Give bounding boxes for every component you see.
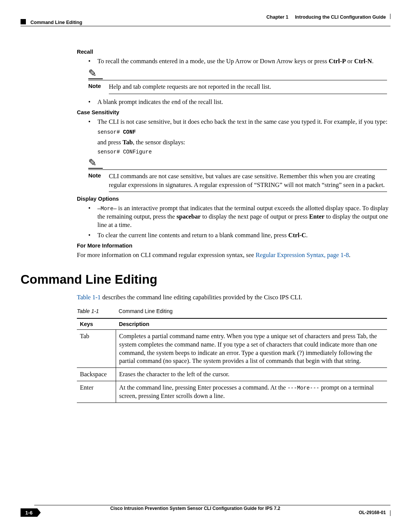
note-rule bbox=[109, 192, 387, 192]
section-marker-icon bbox=[21, 19, 26, 24]
note-label: Note bbox=[88, 83, 109, 91]
note-label: Note bbox=[88, 172, 109, 189]
list-item: To clear the current line contents and r… bbox=[88, 231, 390, 240]
footer-divider bbox=[390, 510, 391, 516]
note-rule bbox=[109, 94, 387, 94]
cli-editing-table: Keys Description Tab Completes a partial… bbox=[77, 318, 387, 403]
doc-number: OL-29168-01 bbox=[359, 510, 386, 515]
footer-rule bbox=[34, 505, 390, 506]
heading-recall: Recall bbox=[77, 49, 390, 55]
table-caption: Table 1-1Command Line Editing bbox=[77, 308, 390, 314]
note-block: Note Help and tab complete requests are … bbox=[88, 80, 387, 91]
table-row: Tab Completes a partial command name ent… bbox=[77, 330, 387, 368]
recall-list-2: A blank prompt indicates the end of the … bbox=[88, 98, 390, 106]
heading-display: Display Options bbox=[77, 196, 390, 202]
col-keys: Keys bbox=[77, 318, 116, 330]
col-desc: Description bbox=[116, 318, 387, 330]
page-number-box: 1-6 bbox=[21, 508, 37, 517]
paragraph: and press Tab, the sensor displays: bbox=[97, 138, 390, 147]
list-item: A blank prompt indicates the end of the … bbox=[88, 98, 390, 106]
recall-list: To recall the commands entered in a mode… bbox=[88, 57, 390, 66]
code-sample: sensor# CONF bbox=[97, 129, 390, 135]
heading-case: Case Sensitivity bbox=[77, 109, 390, 115]
table-header-row: Keys Description bbox=[77, 318, 387, 330]
note-icon: ✎ bbox=[88, 69, 103, 79]
note-text: Help and tab complete requests are not r… bbox=[109, 83, 387, 91]
display-list: —More— is an interactive prompt that ind… bbox=[88, 204, 390, 240]
case-list: The CLI is not case sensitive, but it do… bbox=[88, 118, 390, 126]
note-icon: ✎ bbox=[88, 158, 103, 169]
running-header: Chapter 1 Introducing the CLI Configurat… bbox=[266, 14, 386, 20]
note-block: Note CLI commands are not case sensitive… bbox=[88, 169, 387, 189]
note-text: CLI commands are not case sensitive, but… bbox=[109, 172, 387, 189]
header-rule bbox=[21, 26, 390, 26]
body: Recall To recall the commands entered in… bbox=[21, 46, 390, 403]
code-sample: sensor# CONFigure bbox=[97, 149, 390, 155]
table-row: Backspace Erases the character to the le… bbox=[77, 368, 387, 381]
heading-cle: Command Line Editing bbox=[21, 272, 390, 287]
list-item: —More— is an interactive prompt that ind… bbox=[88, 204, 390, 230]
footer-title: Cisco Intrusion Prevention System Sensor… bbox=[0, 506, 390, 511]
page-number-arrow-icon bbox=[37, 508, 41, 517]
paragraph: For more information on CLI command regu… bbox=[77, 251, 390, 259]
chapter-prefix: Chapter 1 bbox=[266, 14, 288, 20]
regex-syntax-link[interactable]: Regular Expression Syntax, page 1-8 bbox=[256, 251, 349, 259]
header-divider bbox=[390, 14, 390, 19]
table-intro: Table 1-1 describes the command line edi… bbox=[77, 294, 390, 301]
table-row: Enter At the command line, pressing Ente… bbox=[77, 381, 387, 403]
heading-moreinfo: For More Information bbox=[77, 243, 390, 249]
list-item: The CLI is not case sensitive, but it do… bbox=[88, 118, 390, 126]
page: Chapter 1 Introducing the CLI Configurat… bbox=[0, 0, 411, 532]
table-ref-link[interactable]: Table 1-1 bbox=[77, 294, 101, 301]
list-item: To recall the commands entered in a mode… bbox=[88, 57, 390, 66]
chapter-title: Introducing the CLI Configuration Guide bbox=[295, 14, 386, 20]
section-label: Command Line Editing bbox=[30, 20, 82, 25]
